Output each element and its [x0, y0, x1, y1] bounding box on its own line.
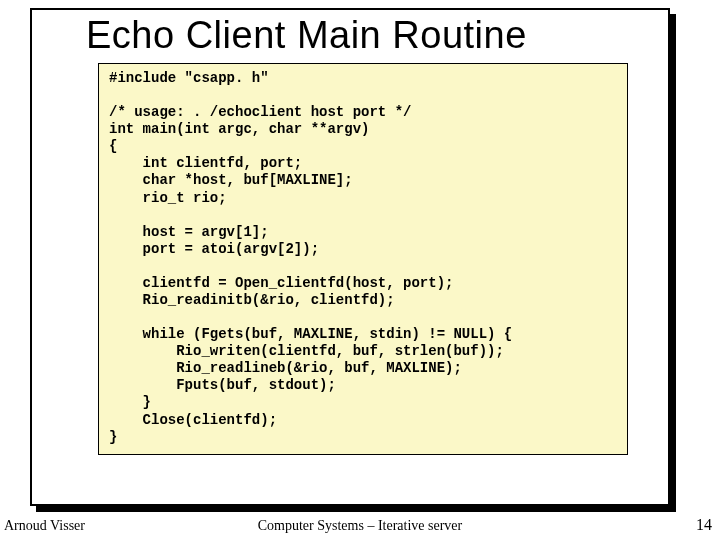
slide-face: Echo Client Main Routine #include "csapp… [30, 8, 670, 506]
page-number: 14 [696, 516, 712, 534]
slide-frame: Echo Client Main Routine #include "csapp… [30, 8, 670, 508]
slide-title: Echo Client Main Routine [86, 14, 668, 57]
footer-text: Computer Systems – Iterative server [0, 518, 720, 534]
code-block: #include "csapp. h" /* usage: . /echocli… [98, 63, 628, 455]
